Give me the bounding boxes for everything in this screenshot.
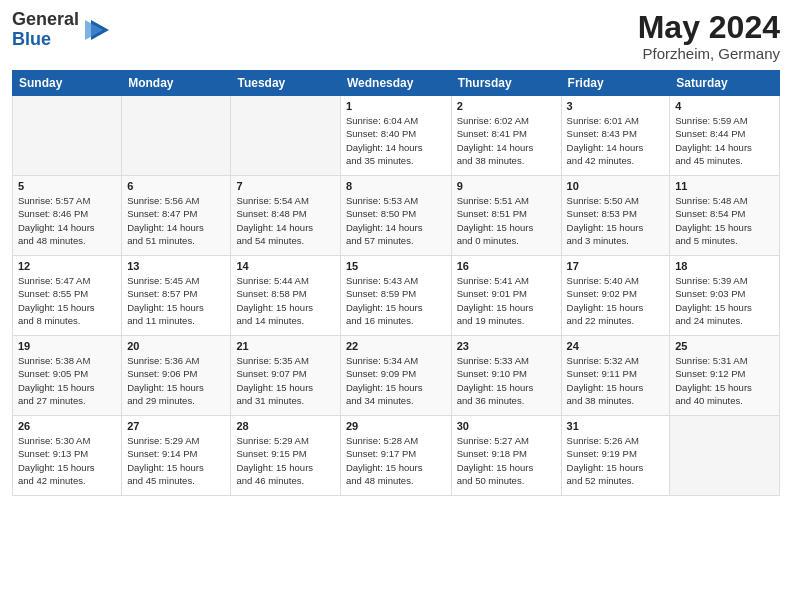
- calendar-cell: 31Sunrise: 5:26 AM Sunset: 9:19 PM Dayli…: [561, 416, 670, 496]
- day-number: 12: [18, 260, 116, 272]
- day-info: Sunrise: 5:54 AM Sunset: 8:48 PM Dayligh…: [236, 194, 334, 247]
- calendar-cell: 21Sunrise: 5:35 AM Sunset: 9:07 PM Dayli…: [231, 336, 340, 416]
- weekday-header-tuesday: Tuesday: [231, 71, 340, 96]
- calendar-cell: 10Sunrise: 5:50 AM Sunset: 8:53 PM Dayli…: [561, 176, 670, 256]
- day-info: Sunrise: 5:43 AM Sunset: 8:59 PM Dayligh…: [346, 274, 446, 327]
- calendar-week-row: 1Sunrise: 6:04 AM Sunset: 8:40 PM Daylig…: [13, 96, 780, 176]
- calendar-cell: 6Sunrise: 5:56 AM Sunset: 8:47 PM Daylig…: [122, 176, 231, 256]
- day-info: Sunrise: 5:39 AM Sunset: 9:03 PM Dayligh…: [675, 274, 774, 327]
- day-info: Sunrise: 5:30 AM Sunset: 9:13 PM Dayligh…: [18, 434, 116, 487]
- day-number: 9: [457, 180, 556, 192]
- logo-blue-text: Blue: [12, 29, 51, 49]
- calendar-cell: 7Sunrise: 5:54 AM Sunset: 8:48 PM Daylig…: [231, 176, 340, 256]
- title-block: May 2024 Pforzheim, Germany: [638, 10, 780, 62]
- calendar-cell: 8Sunrise: 5:53 AM Sunset: 8:50 PM Daylig…: [340, 176, 451, 256]
- calendar-cell: 22Sunrise: 5:34 AM Sunset: 9:09 PM Dayli…: [340, 336, 451, 416]
- calendar-cell: 30Sunrise: 5:27 AM Sunset: 9:18 PM Dayli…: [451, 416, 561, 496]
- weekday-header-friday: Friday: [561, 71, 670, 96]
- day-number: 3: [567, 100, 665, 112]
- day-number: 7: [236, 180, 334, 192]
- day-number: 20: [127, 340, 225, 352]
- day-info: Sunrise: 5:33 AM Sunset: 9:10 PM Dayligh…: [457, 354, 556, 407]
- day-info: Sunrise: 5:56 AM Sunset: 8:47 PM Dayligh…: [127, 194, 225, 247]
- calendar-cell: 20Sunrise: 5:36 AM Sunset: 9:06 PM Dayli…: [122, 336, 231, 416]
- weekday-header-wednesday: Wednesday: [340, 71, 451, 96]
- day-info: Sunrise: 5:36 AM Sunset: 9:06 PM Dayligh…: [127, 354, 225, 407]
- calendar-cell: 27Sunrise: 5:29 AM Sunset: 9:14 PM Dayli…: [122, 416, 231, 496]
- calendar-cell: 12Sunrise: 5:47 AM Sunset: 8:55 PM Dayli…: [13, 256, 122, 336]
- calendar-cell: 15Sunrise: 5:43 AM Sunset: 8:59 PM Dayli…: [340, 256, 451, 336]
- day-number: 18: [675, 260, 774, 272]
- day-info: Sunrise: 5:40 AM Sunset: 9:02 PM Dayligh…: [567, 274, 665, 327]
- day-info: Sunrise: 5:29 AM Sunset: 9:15 PM Dayligh…: [236, 434, 334, 487]
- calendar-cell: 29Sunrise: 5:28 AM Sunset: 9:17 PM Dayli…: [340, 416, 451, 496]
- day-number: 23: [457, 340, 556, 352]
- calendar-cell: 19Sunrise: 5:38 AM Sunset: 9:05 PM Dayli…: [13, 336, 122, 416]
- day-info: Sunrise: 5:28 AM Sunset: 9:17 PM Dayligh…: [346, 434, 446, 487]
- calendar-cell: 2Sunrise: 6:02 AM Sunset: 8:41 PM Daylig…: [451, 96, 561, 176]
- day-number: 14: [236, 260, 334, 272]
- day-number: 29: [346, 420, 446, 432]
- logo: General Blue: [12, 10, 111, 50]
- day-number: 1: [346, 100, 446, 112]
- day-info: Sunrise: 5:48 AM Sunset: 8:54 PM Dayligh…: [675, 194, 774, 247]
- day-info: Sunrise: 5:35 AM Sunset: 9:07 PM Dayligh…: [236, 354, 334, 407]
- calendar-cell: 13Sunrise: 5:45 AM Sunset: 8:57 PM Dayli…: [122, 256, 231, 336]
- day-number: 21: [236, 340, 334, 352]
- day-info: Sunrise: 5:29 AM Sunset: 9:14 PM Dayligh…: [127, 434, 225, 487]
- day-info: Sunrise: 6:02 AM Sunset: 8:41 PM Dayligh…: [457, 114, 556, 167]
- day-number: 27: [127, 420, 225, 432]
- calendar-cell: 4Sunrise: 5:59 AM Sunset: 8:44 PM Daylig…: [670, 96, 780, 176]
- day-info: Sunrise: 5:32 AM Sunset: 9:11 PM Dayligh…: [567, 354, 665, 407]
- location-subtitle: Pforzheim, Germany: [638, 45, 780, 62]
- calendar-week-row: 26Sunrise: 5:30 AM Sunset: 9:13 PM Dayli…: [13, 416, 780, 496]
- calendar-cell: [231, 96, 340, 176]
- day-number: 25: [675, 340, 774, 352]
- day-info: Sunrise: 5:50 AM Sunset: 8:53 PM Dayligh…: [567, 194, 665, 247]
- page-container: General Blue May 2024 Pforzheim, Germany…: [0, 0, 792, 508]
- day-info: Sunrise: 5:34 AM Sunset: 9:09 PM Dayligh…: [346, 354, 446, 407]
- calendar-cell: 3Sunrise: 6:01 AM Sunset: 8:43 PM Daylig…: [561, 96, 670, 176]
- calendar-cell: [13, 96, 122, 176]
- weekday-header-row: SundayMondayTuesdayWednesdayThursdayFrid…: [13, 71, 780, 96]
- day-number: 22: [346, 340, 446, 352]
- day-number: 6: [127, 180, 225, 192]
- day-number: 24: [567, 340, 665, 352]
- day-info: Sunrise: 5:31 AM Sunset: 9:12 PM Dayligh…: [675, 354, 774, 407]
- calendar-cell: 9Sunrise: 5:51 AM Sunset: 8:51 PM Daylig…: [451, 176, 561, 256]
- calendar-cell: 16Sunrise: 5:41 AM Sunset: 9:01 PM Dayli…: [451, 256, 561, 336]
- weekday-header-thursday: Thursday: [451, 71, 561, 96]
- day-number: 15: [346, 260, 446, 272]
- day-info: Sunrise: 5:57 AM Sunset: 8:46 PM Dayligh…: [18, 194, 116, 247]
- day-info: Sunrise: 5:38 AM Sunset: 9:05 PM Dayligh…: [18, 354, 116, 407]
- logo-general-text: General: [12, 9, 79, 29]
- calendar-cell: 14Sunrise: 5:44 AM Sunset: 8:58 PM Dayli…: [231, 256, 340, 336]
- day-number: 8: [346, 180, 446, 192]
- day-number: 5: [18, 180, 116, 192]
- day-info: Sunrise: 5:51 AM Sunset: 8:51 PM Dayligh…: [457, 194, 556, 247]
- day-number: 13: [127, 260, 225, 272]
- day-info: Sunrise: 5:44 AM Sunset: 8:58 PM Dayligh…: [236, 274, 334, 327]
- day-number: 30: [457, 420, 556, 432]
- calendar-cell: [122, 96, 231, 176]
- day-number: 4: [675, 100, 774, 112]
- day-info: Sunrise: 6:01 AM Sunset: 8:43 PM Dayligh…: [567, 114, 665, 167]
- day-number: 2: [457, 100, 556, 112]
- calendar-week-row: 12Sunrise: 5:47 AM Sunset: 8:55 PM Dayli…: [13, 256, 780, 336]
- calendar-table: SundayMondayTuesdayWednesdayThursdayFrid…: [12, 70, 780, 496]
- calendar-cell: 28Sunrise: 5:29 AM Sunset: 9:15 PM Dayli…: [231, 416, 340, 496]
- day-number: 11: [675, 180, 774, 192]
- day-number: 16: [457, 260, 556, 272]
- day-number: 19: [18, 340, 116, 352]
- logo-icon: [83, 16, 111, 44]
- calendar-cell: 11Sunrise: 5:48 AM Sunset: 8:54 PM Dayli…: [670, 176, 780, 256]
- calendar-cell: 17Sunrise: 5:40 AM Sunset: 9:02 PM Dayli…: [561, 256, 670, 336]
- weekday-header-monday: Monday: [122, 71, 231, 96]
- day-info: Sunrise: 6:04 AM Sunset: 8:40 PM Dayligh…: [346, 114, 446, 167]
- calendar-cell: 25Sunrise: 5:31 AM Sunset: 9:12 PM Dayli…: [670, 336, 780, 416]
- weekday-header-sunday: Sunday: [13, 71, 122, 96]
- day-info: Sunrise: 5:27 AM Sunset: 9:18 PM Dayligh…: [457, 434, 556, 487]
- header: General Blue May 2024 Pforzheim, Germany: [12, 10, 780, 62]
- day-number: 28: [236, 420, 334, 432]
- calendar-cell: 1Sunrise: 6:04 AM Sunset: 8:40 PM Daylig…: [340, 96, 451, 176]
